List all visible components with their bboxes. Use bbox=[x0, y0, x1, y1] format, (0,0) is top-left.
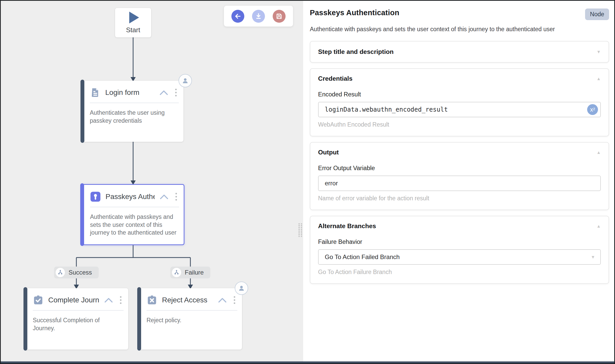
passkey-icon bbox=[90, 191, 101, 202]
journey-editor-window: Start bbox=[0, 0, 615, 364]
node-description: Reject policy. bbox=[139, 311, 242, 324]
node-menu-icon[interactable] bbox=[118, 295, 124, 305]
person-icon bbox=[238, 284, 245, 292]
node-description: Authenticates the user using passkey cre… bbox=[82, 103, 183, 125]
failure-behavior-select[interactable]: Go To Action Failed Branch ▼ bbox=[318, 249, 601, 265]
back-button[interactable] bbox=[231, 10, 244, 23]
section-output: Output ▲ Error Output Variable Name of e… bbox=[310, 142, 609, 210]
properties-panel: Passkeys Authentication Node Authenticat… bbox=[303, 1, 614, 363]
dropdown-caret-icon: ▼ bbox=[591, 255, 595, 259]
save-floppy-icon bbox=[275, 12, 283, 20]
node-menu-icon[interactable] bbox=[232, 295, 237, 305]
person-icon bbox=[181, 77, 189, 85]
node-menu-icon[interactable] bbox=[173, 192, 179, 202]
field-label: Error Output Variable bbox=[318, 165, 601, 172]
collapse-caret-icon[interactable]: ▲ bbox=[596, 224, 601, 228]
collapse-chevron-icon[interactable] bbox=[159, 193, 169, 200]
clipboard-check-icon bbox=[33, 295, 44, 305]
branch-chip-failure[interactable]: Failure bbox=[170, 267, 210, 278]
field-helper: Name of error variable for the action re… bbox=[318, 195, 601, 202]
section-heading: Output bbox=[318, 149, 339, 156]
collapse-caret-icon[interactable]: ▲ bbox=[596, 77, 601, 81]
node-complete-journey[interactable]: Complete Journey Successful Completion o… bbox=[25, 288, 128, 350]
branch-split-icon bbox=[172, 268, 181, 277]
node-accent-bar bbox=[23, 287, 27, 351]
branch-chip-success[interactable]: Success bbox=[54, 267, 99, 278]
field-helper: WebAuthn Encoded Result bbox=[318, 121, 601, 128]
branch-label: Failure bbox=[185, 269, 204, 276]
clipboard-x-icon bbox=[147, 295, 157, 305]
node-login-form[interactable]: Login form Authenticates the user using … bbox=[82, 81, 183, 142]
download-icon bbox=[255, 12, 262, 20]
panel-description: Authenticate with passkeys and sets the … bbox=[310, 26, 609, 33]
start-node[interactable]: Start bbox=[115, 8, 151, 37]
collapse-caret-icon[interactable]: ▲ bbox=[596, 150, 601, 155]
panel-title: Passkeys Authentication bbox=[310, 9, 399, 17]
save-button[interactable] bbox=[273, 10, 286, 23]
section-heading: Step title and description bbox=[318, 48, 394, 55]
window-bottom-bar bbox=[1, 361, 614, 363]
start-node-label: Start bbox=[126, 26, 140, 34]
field-helper: Go To Action Failure Branch bbox=[318, 269, 601, 276]
node-description: Successful Completion of Journey. bbox=[25, 311, 128, 332]
form-document-icon bbox=[90, 87, 101, 98]
node-reject-access[interactable]: Reject Access Reject policy. bbox=[139, 288, 242, 350]
arrow-left-icon bbox=[234, 12, 242, 20]
node-accent-bar bbox=[80, 183, 84, 246]
collapse-chevron-icon[interactable] bbox=[218, 297, 227, 303]
collapse-chevron-icon[interactable] bbox=[159, 89, 168, 96]
section-step-title: Step title and description ▼ bbox=[310, 41, 609, 63]
collapse-chevron-icon[interactable] bbox=[104, 297, 113, 303]
encoded-result-input[interactable] bbox=[318, 102, 601, 117]
field-label: Encoded Result bbox=[318, 91, 601, 98]
user-context-badge bbox=[235, 282, 248, 295]
branch-split-icon bbox=[56, 268, 65, 277]
selected-option: Go To Action Failed Branch bbox=[325, 253, 400, 261]
node-menu-icon[interactable] bbox=[173, 88, 179, 97]
play-icon bbox=[129, 12, 139, 23]
node-accent-bar bbox=[80, 80, 84, 143]
expand-caret-icon[interactable]: ▼ bbox=[596, 50, 601, 54]
download-button[interactable] bbox=[252, 10, 265, 23]
section-alternate-branches: Alternate Branches ▲ Failure Behavior Go… bbox=[310, 216, 609, 284]
error-output-variable-input[interactable] bbox=[318, 176, 601, 191]
user-context-badge bbox=[179, 74, 192, 87]
node-title: Passkeys Authen… bbox=[106, 193, 155, 201]
node-passkeys-authentication[interactable]: Passkeys Authen… Authenticate with passk… bbox=[82, 184, 184, 245]
expression-icon[interactable]: x² bbox=[587, 104, 598, 115]
node-description: Authenticate with passkeys and sets the … bbox=[82, 207, 184, 237]
panel-resize-handle[interactable] bbox=[298, 223, 302, 237]
flow-canvas[interactable]: Start bbox=[1, 1, 303, 363]
node-title: Reject Access bbox=[162, 296, 213, 304]
field-label: Failure Behavior bbox=[318, 238, 601, 245]
section-heading: Alternate Branches bbox=[318, 222, 376, 230]
node-title: Complete Journey bbox=[48, 296, 99, 304]
node-accent-bar bbox=[137, 287, 141, 351]
section-credentials: Credentials ▲ Encoded Result x² WebAuthn… bbox=[310, 68, 609, 136]
canvas-toolbar bbox=[224, 6, 293, 27]
branch-label: Success bbox=[69, 269, 92, 276]
section-heading: Credentials bbox=[318, 75, 352, 82]
node-type-badge: Node bbox=[585, 9, 609, 20]
node-title: Login form bbox=[105, 88, 155, 97]
